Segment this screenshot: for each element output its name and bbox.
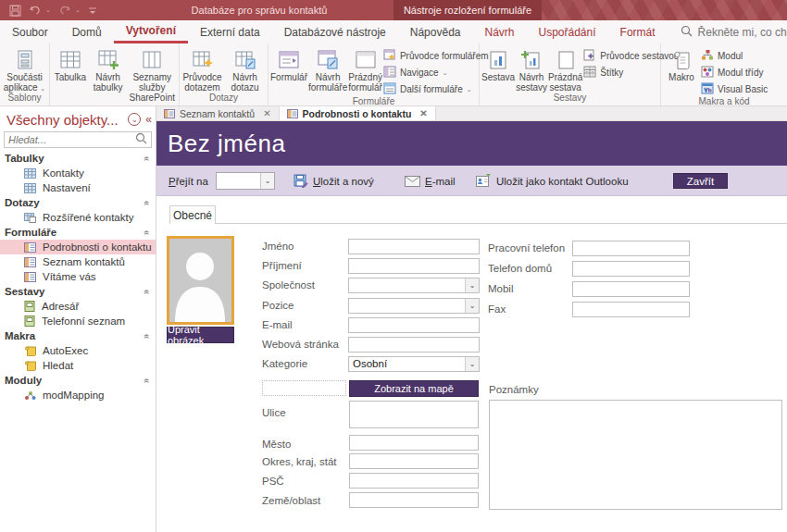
table-button[interactable]: Tabulka	[52, 46, 89, 82]
collapse-group-icon[interactable]: «	[143, 200, 153, 205]
prijmeni-field[interactable]	[348, 258, 480, 274]
pracovni-telefon-field[interactable]	[572, 241, 690, 256]
sharepoint-lists-button[interactable]: Seznamy služby SharePoint ⌄	[127, 46, 177, 114]
close-tab-icon[interactable]: ✕	[419, 108, 427, 118]
nav-item-kontakty[interactable]: Kontakty	[0, 166, 156, 180]
report-design-button[interactable]: Návrh sestavy	[516, 46, 547, 93]
nav-item-nastaveni[interactable]: Nastavení	[0, 180, 156, 195]
tab-databazove-nastroje[interactable]: Databázové nástroje	[272, 20, 398, 43]
pozice-dropdown[interactable]: ⌄	[348, 298, 480, 314]
nav-group-formulare[interactable]: Formuláře«	[0, 225, 156, 240]
report-button[interactable]: Sestava	[481, 46, 515, 82]
nav-search-input[interactable]	[8, 134, 135, 145]
nav-search-box[interactable]	[4, 131, 152, 148]
mobil-field[interactable]	[572, 281, 690, 297]
chevron-down-icon[interactable]: ⌄	[465, 357, 479, 371]
jmeno-field[interactable]	[348, 239, 480, 254]
nav-item-rozsirene-kontakty[interactable]: Rozšířené kontakty	[0, 210, 156, 225]
tell-me-box[interactable]	[681, 20, 787, 43]
form-button[interactable]: Formulář	[270, 46, 307, 82]
nav-item-autoexec[interactable]: AutoExec	[0, 343, 156, 358]
email-button[interactable]: E-mail	[405, 166, 456, 196]
blank-form-button[interactable]: Prázdný formulář	[348, 46, 382, 93]
empty-control-placeholder[interactable]	[262, 380, 346, 396]
nav-item-podrobnosti-o-kontaktu[interactable]: Podrobnosti o kontaktu	[0, 240, 156, 254]
macro-button[interactable]: Makro	[663, 46, 700, 82]
telefon-domu-field[interactable]	[572, 261, 690, 277]
save-outlook-button[interactable]: Uložit jako kontakt Outlooku	[476, 166, 629, 196]
tab-soubor[interactable]: Soubor	[0, 20, 60, 43]
email-field[interactable]	[348, 317, 480, 333]
psc-field[interactable]	[349, 473, 479, 489]
nav-item-seznam-kontaktu[interactable]: Seznam kontaktů	[0, 254, 156, 269]
form-design-button[interactable]: Návrh formuláře	[308, 46, 347, 93]
tab-domu[interactable]: Domů	[60, 20, 114, 43]
nav-menu-icon[interactable]: ⌄	[128, 113, 141, 126]
undo-dropdown-icon[interactable]: ⌄	[45, 6, 51, 14]
table-design-button[interactable]: Návrh tabulky	[90, 46, 127, 93]
undo-icon[interactable]	[29, 5, 42, 16]
collapse-group-icon[interactable]: «	[143, 155, 153, 161]
nav-group-makra[interactable]: Makra«	[0, 328, 156, 343]
save-icon[interactable]	[9, 5, 21, 17]
close-tab-icon[interactable]: ✕	[263, 108, 270, 118]
kategorie-dropdown[interactable]: Osobní⌄	[348, 356, 480, 372]
redo-icon[interactable]	[58, 5, 71, 16]
blank-report-button[interactable]: Prázdná sestava	[548, 46, 582, 93]
query-design-button[interactable]: Návrh dotazu	[224, 46, 266, 93]
nav-item-adresar[interactable]: Adresář	[0, 299, 156, 314]
nav-item-hledat[interactable]: Hledat	[0, 358, 156, 373]
nav-group-sestavy[interactable]: Sestavy«	[0, 284, 156, 299]
visual-basic-button[interactable]: Visual Basic	[701, 82, 768, 96]
save-new-button[interactable]: Uložit a nový	[294, 166, 374, 196]
nav-item-modmapping[interactable]: modMapping	[0, 388, 156, 402]
collapse-pane-icon[interactable]: «	[145, 113, 152, 126]
tab-externi-data[interactable]: Externí data	[188, 20, 272, 43]
more-forms-button[interactable]: Další formuláře ⌄	[383, 82, 489, 96]
nav-group-moduly[interactable]: Moduly«	[0, 373, 156, 388]
tab-usporadani[interactable]: Uspořádání	[527, 20, 608, 43]
nav-group-dotazy[interactable]: Dotazy«	[0, 195, 156, 210]
redo-dropdown-icon[interactable]: ⌄	[75, 6, 81, 14]
nav-item-telefonni-seznam[interactable]: Telefonní seznam	[0, 314, 156, 328]
chevron-down-icon[interactable]: ⌄	[260, 173, 274, 189]
collapse-group-icon[interactable]: «	[143, 289, 153, 294]
form-wizard-button[interactable]: Průvodce formulářem	[383, 49, 489, 63]
chevron-down-icon[interactable]: ⌄	[465, 299, 479, 313]
tab-vytvoreni[interactable]: Vytvoření	[114, 20, 188, 43]
nav-item-vitame-vas[interactable]: Vítáme vás	[0, 269, 156, 284]
app-parts-button[interactable]: Součásti aplikace ⌄	[2, 46, 47, 93]
query-wizard-button[interactable]: Průvodce dotazem	[181, 46, 223, 93]
field-label-ulice: Ulice	[262, 407, 286, 418]
navigation-button[interactable]: Navigace ⌄	[383, 66, 489, 80]
doc-tab-seznam-kontaktu[interactable]: Seznam kontaktů✕	[156, 106, 280, 120]
tell-me-input[interactable]	[698, 26, 787, 39]
show-on-map-button[interactable]: Zobrazit na mapě	[349, 380, 479, 397]
tab-napoveda[interactable]: Nápověda	[398, 20, 473, 43]
contact-photo-placeholder[interactable]	[167, 236, 234, 325]
chevron-down-icon[interactable]: ⌄	[465, 278, 479, 292]
tab-format[interactable]: Formát	[608, 20, 668, 43]
collapse-group-icon[interactable]: «	[143, 333, 153, 339]
edit-image-button[interactable]: Upravit obrázek	[167, 327, 234, 343]
module-button[interactable]: Modul	[701, 49, 768, 63]
tab-obecne[interactable]: Obecné	[169, 205, 216, 224]
close-form-button[interactable]: Zavřít	[673, 166, 728, 196]
okres-field[interactable]	[349, 453, 479, 469]
ulice-field[interactable]	[349, 401, 479, 428]
nav-pane-header[interactable]: Všechny objekty... ⌄ «	[0, 106, 156, 130]
goto-combobox[interactable]: ⌄	[216, 166, 275, 196]
spolecnost-dropdown[interactable]: ⌄	[348, 278, 480, 293]
collapse-group-icon[interactable]: «	[143, 229, 153, 235]
class-module-button[interactable]: Modul třídy	[701, 66, 768, 80]
zeme-field[interactable]	[349, 492, 479, 508]
fax-field[interactable]	[572, 302, 690, 317]
nav-group-tabulky[interactable]: Tabulky«	[0, 151, 156, 166]
customize-qat-icon[interactable]	[88, 5, 97, 16]
mesto-field[interactable]	[349, 435, 479, 451]
poznamky-field[interactable]	[489, 400, 782, 510]
collapse-group-icon[interactable]: «	[143, 377, 153, 383]
doc-tab-podrobnosti-o-kontaktu[interactable]: Podrobnosti o kontaktu✕	[280, 106, 436, 120]
tab-navrh[interactable]: Návrh	[472, 20, 526, 43]
web-field[interactable]	[348, 337, 480, 353]
